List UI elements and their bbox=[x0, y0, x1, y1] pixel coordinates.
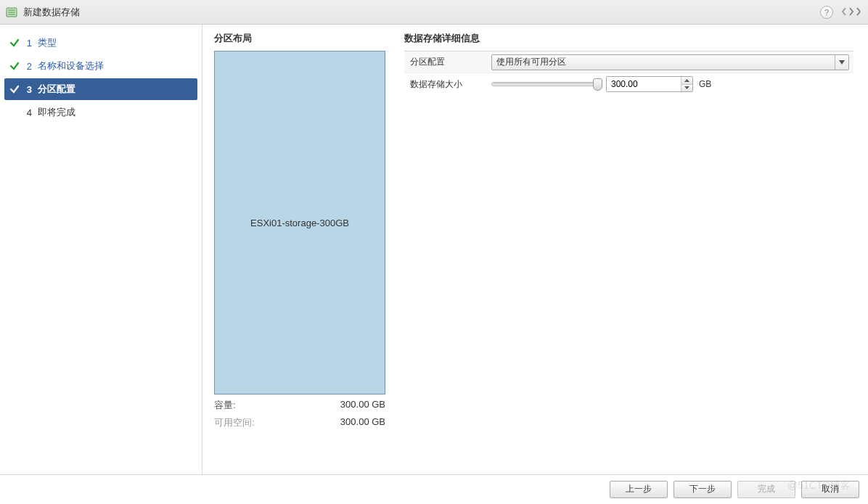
nav-next-icon[interactable] bbox=[848, 7, 855, 18]
cancel-button[interactable]: 取消 bbox=[801, 481, 859, 498]
capacity-label: 容量: bbox=[214, 399, 236, 412]
datastore-size-unit: GB bbox=[699, 79, 711, 89]
back-button[interactable]: 上一步 bbox=[610, 481, 668, 498]
wizard-nav-arrows bbox=[840, 7, 862, 18]
datastore-details-title: 数据存储详细信息 bbox=[404, 32, 853, 45]
datastore-size-spinner[interactable] bbox=[606, 76, 693, 92]
nav-prev-icon[interactable] bbox=[840, 7, 848, 18]
slider-thumb[interactable] bbox=[593, 78, 602, 91]
step-label: 即将完成 bbox=[38, 106, 75, 119]
svg-rect-3 bbox=[8, 14, 15, 15]
main-content: 分区布局 ESXi01-storage-300GB 容量: 300.00 GB … bbox=[202, 25, 868, 474]
partition-config-label: 分区配置 bbox=[410, 56, 491, 68]
partition-layout-title: 分区布局 bbox=[214, 32, 385, 45]
partition-layout-column: 分区布局 ESXi01-storage-300GB 容量: 300.00 GB … bbox=[214, 32, 385, 467]
step-number: 4 bbox=[20, 107, 32, 118]
nav-next2-icon[interactable] bbox=[855, 7, 862, 18]
step-label: 类型 bbox=[38, 36, 57, 49]
dropdown-selected-text: 使用所有可用分区 bbox=[496, 56, 835, 68]
chevron-down-icon bbox=[835, 55, 848, 70]
spinner-up-icon[interactable] bbox=[681, 77, 692, 85]
partition-config-row: 分区配置 使用所有可用分区 bbox=[404, 51, 853, 73]
step-number: 1 bbox=[20, 38, 32, 49]
next-button[interactable]: 下一步 bbox=[673, 481, 732, 498]
datastore-details-column: 数据存储详细信息 分区配置 使用所有可用分区 数据存储大小 bbox=[404, 32, 853, 467]
finish-button: 完成 bbox=[737, 481, 795, 498]
svg-rect-2 bbox=[8, 12, 15, 13]
step-number: 2 bbox=[20, 61, 32, 72]
wizard-footer: 上一步 下一步 完成 取消 bbox=[0, 474, 868, 503]
capacity-row: 容量: 300.00 GB bbox=[214, 399, 385, 412]
freespace-value: 300.00 GB bbox=[340, 416, 385, 429]
titlebar: 新建数据存储 ? bbox=[0, 0, 868, 25]
wizard-steps-sidebar: 1 类型 2 名称和设备选择 3 分区配置 4 即将完成 bbox=[0, 25, 202, 474]
step-ready-complete: 4 即将完成 bbox=[4, 102, 197, 123]
check-icon bbox=[9, 61, 20, 71]
capacity-value: 300.00 GB bbox=[340, 399, 385, 412]
step-type[interactable]: 1 类型 bbox=[4, 32, 197, 54]
partition-block-label: ESXi01-storage-300GB bbox=[250, 218, 349, 228]
partition-config-dropdown[interactable]: 使用所有可用分区 bbox=[491, 54, 849, 70]
datastore-size-label: 数据存储大小 bbox=[410, 78, 491, 91]
spinner-down-icon[interactable] bbox=[681, 85, 692, 92]
dialog-title: 新建数据存储 bbox=[23, 6, 80, 19]
step-number: 3 bbox=[20, 84, 32, 95]
details-panel: 分区配置 使用所有可用分区 数据存储大小 bbox=[404, 51, 853, 95]
freespace-row: 可用空间: 300.00 GB bbox=[214, 416, 385, 429]
datastore-size-row: 数据存储大小 GB bbox=[404, 73, 853, 95]
step-name-device[interactable]: 2 名称和设备选择 bbox=[4, 55, 197, 77]
check-icon bbox=[9, 84, 20, 94]
step-label: 名称和设备选择 bbox=[38, 59, 104, 73]
partition-block: ESXi01-storage-300GB bbox=[214, 51, 385, 394]
datastore-icon bbox=[6, 7, 17, 18]
help-icon[interactable]: ? bbox=[820, 6, 833, 19]
svg-rect-1 bbox=[8, 9, 15, 11]
datastore-size-input[interactable] bbox=[607, 77, 681, 91]
datastore-size-slider[interactable] bbox=[491, 82, 600, 86]
check-icon bbox=[9, 38, 20, 48]
step-partition-config[interactable]: 3 分区配置 bbox=[4, 78, 197, 100]
step-label: 分区配置 bbox=[38, 83, 75, 96]
freespace-label: 可用空间: bbox=[214, 416, 255, 429]
